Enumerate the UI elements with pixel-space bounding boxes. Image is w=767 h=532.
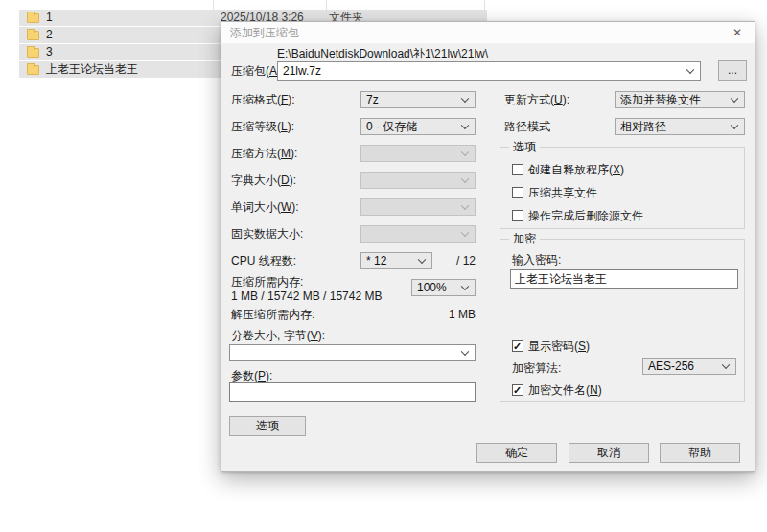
folder-icon (27, 13, 39, 23)
format-combobox[interactable]: 7z (360, 91, 476, 108)
add-to-archive-dialog: 添加到压缩包 ✕ 压缩包(A): E:\BaiduNetdiskDownload… (221, 21, 755, 472)
dictionary-label: 字典大小(D): (231, 172, 296, 189)
checkbox-unchecked-icon (512, 187, 523, 198)
chevron-down-icon (722, 361, 730, 369)
delete-after-checkbox[interactable]: 操作完成后删除源文件 (512, 209, 643, 222)
dictionary-combobox (360, 172, 476, 189)
method-label: 压缩方法(M): (231, 145, 297, 162)
password-input[interactable] (510, 269, 738, 289)
archive-name-combobox[interactable]: 21lw.7z (277, 61, 701, 81)
cancel-button[interactable]: 取消 (569, 443, 649, 463)
path-mode-label: 路径模式 (504, 118, 550, 135)
delete-after-label: 操作完成后删除源文件 (528, 209, 643, 222)
decompress-memory-label: 解压缩所需内存: (231, 308, 314, 321)
chevron-down-icon (461, 202, 469, 210)
level-combobox[interactable]: 0 - 仅存储 (360, 118, 476, 135)
screen: { "icons": { "close": "✕" }, "background… (0, 0, 767, 532)
encryption-method-combobox[interactable]: AES-256 (642, 358, 736, 375)
format-label: 压缩格式(F): (231, 91, 295, 108)
column-separator (326, 0, 327, 10)
update-mode-label: 更新方式(U): (504, 91, 569, 108)
checkbox-unchecked-icon (512, 164, 523, 175)
chevron-down-icon (461, 283, 469, 290)
browse-button[interactable]: ... (718, 60, 747, 81)
file-name: 1 (46, 11, 53, 25)
cpu-threads-label: CPU 线程数: (231, 252, 296, 269)
chevron-down-icon (461, 149, 469, 156)
chevron-down-icon (461, 95, 469, 103)
chevron-down-icon (686, 66, 694, 74)
word-size-combobox (360, 198, 476, 216)
options-group-label: 选项 (509, 140, 540, 154)
ok-button[interactable]: 确定 (476, 443, 557, 463)
word-size-label: 单词大小(W): (231, 198, 299, 216)
show-password-label: 显示密码(S) (528, 339, 590, 353)
chevron-down-icon (731, 122, 738, 129)
chevron-down-icon (461, 229, 469, 237)
chevron-down-icon (461, 348, 469, 356)
checkbox-unchecked-icon (512, 210, 523, 221)
dialog-title: 添加到压缩包 (230, 22, 299, 43)
file-name: 2 (46, 28, 53, 42)
encryption-group: 加密 输入密码: 显示密码(S) 加密算法: AES-256 加密文件名(N) (500, 239, 745, 402)
checkbox-checked-icon (512, 340, 523, 352)
create-sfx-label: 创建自释放程序(X) (528, 163, 624, 176)
split-volume-combobox[interactable] (229, 344, 476, 361)
dialog-titlebar[interactable]: 添加到压缩包 ✕ (221, 22, 755, 43)
memory-usage-label: 压缩所需内存: (231, 275, 303, 289)
level-value: 0 - 仅存储 (366, 120, 417, 133)
encrypt-filenames-checkbox[interactable]: 加密文件名(N) (512, 383, 602, 397)
folder-icon (27, 65, 39, 75)
file-name: 3 (46, 45, 53, 59)
chevron-down-icon (461, 122, 469, 129)
memory-percent-value: 100% (417, 281, 447, 294)
options-button[interactable]: 选项 (229, 416, 306, 436)
decompress-memory-value: 1 MB (360, 308, 476, 321)
update-mode-value: 添加并替换文件 (620, 93, 701, 106)
file-name: 上老王论坛当老王 (46, 62, 138, 77)
options-group: 选项 创建自释放程序(X) 压缩共享文件 操作完成后删除源文件 (500, 147, 745, 229)
chevron-down-icon (461, 175, 469, 183)
parameters-input[interactable] (229, 382, 476, 402)
level-label: 压缩等级(L): (231, 118, 294, 135)
close-icon[interactable]: ✕ (728, 22, 747, 43)
column-separator (213, 0, 214, 10)
method-combobox (360, 145, 476, 162)
solid-block-combobox (360, 225, 476, 243)
help-button[interactable]: 帮助 (660, 443, 740, 463)
split-volume-label: 分卷大小, 字节(V): (231, 327, 325, 344)
archive-path: E:\BaiduNetdiskDownload\补1\21lw\21lw\ (277, 47, 488, 60)
solid-block-label: 固实数据大小: (231, 225, 303, 243)
column-separator (484, 0, 485, 10)
folder-icon (27, 48, 39, 58)
format-value: 7z (366, 93, 379, 106)
update-mode-combobox[interactable]: 添加并替换文件 (615, 91, 745, 108)
memory-usage-detail: 1 MB / 15742 MB / 15742 MB (231, 289, 382, 303)
path-mode-combobox[interactable]: 相对路径 (615, 118, 745, 135)
show-password-checkbox[interactable]: 显示密码(S) (512, 339, 590, 353)
encrypt-filenames-label: 加密文件名(N) (528, 383, 602, 397)
password-label: 输入密码: (512, 253, 561, 266)
encryption-group-label: 加密 (509, 232, 540, 246)
chevron-down-icon (731, 95, 738, 103)
path-mode-value: 相对路径 (620, 120, 666, 133)
create-sfx-checkbox[interactable]: 创建自释放程序(X) (512, 163, 624, 176)
cpu-threads-max: / 12 (360, 254, 476, 267)
encryption-method-label: 加密算法: (512, 361, 561, 375)
memory-percent-combobox[interactable]: 100% (411, 279, 476, 296)
archive-name-value: 21lw.7z (283, 64, 321, 78)
encryption-method-value: AES-256 (648, 359, 694, 373)
shared-files-label: 压缩共享文件 (528, 186, 597, 199)
checkbox-checked-icon (512, 384, 523, 396)
shared-files-checkbox[interactable]: 压缩共享文件 (512, 186, 597, 199)
folder-icon (27, 31, 39, 40)
